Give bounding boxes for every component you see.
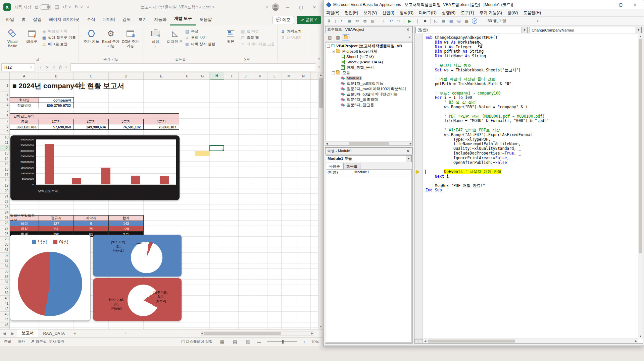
code-vscroll-thumb[interactable] bbox=[639, 39, 642, 253]
procedure-combo-dropdown-icon[interactable]: ▼ bbox=[636, 27, 641, 33]
code-line-26[interactable]: IncludeDocProperties:=True, _ bbox=[426, 151, 638, 156]
row-header-1[interactable]: 1 bbox=[0, 80, 10, 92]
vba-menu-형식(O)[interactable]: 형식(O) bbox=[397, 9, 416, 17]
code-line-33[interactable]: MsgBox "PDF 저장 완료!" bbox=[426, 184, 638, 188]
properties-window-icon[interactable]: ▥ bbox=[448, 17, 455, 24]
copy-icon[interactable]: ⧉ bbox=[361, 17, 368, 24]
revenue-header-cell[interactable]: 3분기 bbox=[108, 119, 144, 124]
tab-splitter[interactable]: ⋮ bbox=[124, 331, 128, 336]
code-line-31[interactable]: Next i bbox=[426, 174, 638, 179]
ribbon-button-design-mode[interactable]: ◺디자인 모드 bbox=[165, 27, 185, 48]
ribbon-button-visual-basic[interactable]: Visual Basic bbox=[3, 27, 22, 48]
expand-formula-bar-icon[interactable]: ˅ bbox=[315, 65, 323, 69]
row-header-29[interactable]: 29 bbox=[0, 237, 10, 242]
ribbon-button-insert-control[interactable]: ⚒삽입˅ bbox=[146, 27, 165, 49]
vba-menu-도구(T)[interactable]: 도구(T) bbox=[458, 9, 477, 17]
tree-item-Sheet1 (보고서)[interactable]: Sheet1 (보고서) bbox=[326, 54, 412, 59]
row-header-15[interactable]: 15 bbox=[0, 162, 10, 167]
row-header-11[interactable]: 11 bbox=[0, 140, 10, 145]
revenue-header-cell[interactable]: 2분기 bbox=[73, 119, 109, 124]
row-header-35[interactable]: 35 bbox=[0, 269, 10, 274]
code-line-30[interactable]: DoEvents ' 사용자 개입 반영 bbox=[426, 170, 638, 174]
help-icon[interactable]: ? bbox=[472, 18, 477, 24]
combo-dropdown-icon[interactable]: ▼ bbox=[406, 156, 411, 162]
revenue-value-cell[interactable]: 149,980,634 bbox=[73, 124, 109, 130]
code-line-13[interactable]: ' 루프: company1 ~ company100 bbox=[426, 91, 638, 96]
column-header-J[interactable]: J bbox=[239, 72, 253, 80]
properties-close-icon[interactable]: ✕ bbox=[405, 149, 410, 153]
enter-icon[interactable]: ✓ bbox=[52, 65, 56, 70]
gender-pie-chart[interactable]: 남성여성 bbox=[10, 235, 91, 321]
taskbar[interactable] bbox=[0, 346, 644, 361]
code-line-23[interactable]: Type:=xlTypePDF, _ bbox=[426, 137, 638, 142]
properties-tab-사전순[interactable]: 사전순 bbox=[326, 163, 343, 169]
save-icon[interactable]: ▤ bbox=[54, 4, 59, 10]
sheet-nav-left-icon[interactable]: ◀ bbox=[0, 331, 8, 336]
row-header-39[interactable]: 39 bbox=[0, 290, 10, 296]
row-header-45[interactable]: 45 bbox=[0, 322, 10, 328]
row-header-13[interactable]: 13 bbox=[0, 151, 10, 156]
vba-close-button[interactable]: ✕ bbox=[629, 2, 641, 7]
new-sheet-button[interactable]: + bbox=[69, 331, 80, 336]
vba-maximize-button[interactable]: ▢ bbox=[615, 2, 627, 7]
view-object-icon[interactable]: ▦ bbox=[335, 34, 341, 41]
code-vertical-scrollbar[interactable]: ▲ ▼ bbox=[638, 34, 643, 339]
tree-item-Microsoft Excel 개체[interactable]: −Microsoft Excel 개체 bbox=[326, 49, 412, 54]
tree-item-질문1차_pdf제작기능[interactable]: 질문1차_pdf제작기능 bbox=[326, 81, 412, 86]
toolbar-options-icon[interactable]: ▾ bbox=[537, 19, 539, 23]
design-mode-icon[interactable]: ◺ bbox=[432, 17, 439, 24]
row-header-14[interactable]: 14 bbox=[0, 156, 10, 162]
name-box[interactable]: H12˅ bbox=[1, 63, 35, 71]
code-line-20[interactable] bbox=[426, 123, 638, 128]
close-button[interactable]: ✕ bbox=[309, 5, 319, 10]
ribbon-button-com-add-ins[interactable]: ⚙COM 추가 기능 bbox=[120, 27, 140, 48]
minimize-button[interactable]: ─ bbox=[283, 5, 293, 10]
row-header-2[interactable]: 2 bbox=[0, 92, 10, 97]
reset-icon[interactable]: ■ bbox=[422, 17, 429, 24]
ribbon-tab-검토[interactable]: 검토 bbox=[119, 14, 135, 25]
scroll-up-icon[interactable]: ▲ bbox=[318, 72, 323, 76]
code-horizontal-scrollbar[interactable]: ◀ ▶ bbox=[414, 339, 638, 343]
vba-menu-보기(V)[interactable]: 보기(V) bbox=[361, 9, 380, 17]
highlighted-cell-G13[interactable] bbox=[195, 151, 210, 156]
vba-menu-도움말(H)[interactable]: 도움말(H) bbox=[521, 9, 544, 17]
project-dropdown-icon[interactable]: ▼ bbox=[408, 36, 411, 39]
object-combo-dropdown-icon[interactable]: ▼ bbox=[522, 27, 527, 33]
column-header-L[interactable]: L bbox=[267, 72, 282, 80]
ribbon-item-run-dialog[interactable]: ▥대화 상자 실행 bbox=[185, 42, 215, 47]
code-line-25[interactable]: Quality:=xlQualityStandard, _ bbox=[426, 146, 638, 151]
row-header-32[interactable]: 32 bbox=[0, 253, 10, 258]
column-header-G[interactable]: G bbox=[195, 72, 210, 80]
staff-header-cell[interactable]: 당해년도임직원 구성 bbox=[10, 215, 39, 221]
tree-expander-icon[interactable]: − bbox=[332, 50, 335, 53]
code-line-28[interactable]: OpenAfterPublish:=False bbox=[426, 161, 638, 165]
revenue-header-cell[interactable]: 1분기 bbox=[39, 119, 74, 124]
column-header-N[interactable]: N bbox=[296, 72, 311, 80]
row-header-41[interactable]: 41 bbox=[0, 301, 10, 306]
row-header-43[interactable]: 43 bbox=[0, 312, 10, 317]
selected-cell-H12[interactable] bbox=[209, 145, 224, 151]
project-scroll-left-icon[interactable]: ◀ bbox=[326, 142, 328, 145]
tree-item-VBAProject (보고서제작샘플파일_VB[interactable]: −🗔VBAProject (보고서제작샘플파일_VB bbox=[326, 43, 412, 49]
staff-header-cell[interactable]: 정규직 bbox=[39, 215, 74, 221]
row-header-7[interactable]: 7 bbox=[0, 119, 10, 124]
tree-item-질문4차_최종결합[interactable]: 질문4차_최종결합 bbox=[326, 97, 412, 102]
code-line-1[interactable]: Sub ChangeCompanyAndExportPDF() bbox=[426, 36, 638, 40]
code-line-18[interactable]: ' PDF 파일명 생성 (MODU001.pdf ~ MODU100.pdf) bbox=[426, 114, 638, 119]
procedure-combo[interactable]: ChangeCompanyNames▼ bbox=[530, 27, 642, 33]
tree-expander-icon[interactable]: − bbox=[327, 45, 330, 48]
vba-menu-편집(E)[interactable]: 편집(E) bbox=[342, 9, 361, 17]
ribbon-item-properties[interactable]: ▤속성 bbox=[185, 29, 215, 34]
code-hscroll-thumb[interactable] bbox=[428, 340, 515, 343]
fx-dropdown-icon[interactable]: ˅ bbox=[65, 66, 67, 69]
row-header-19[interactable]: 19 bbox=[0, 183, 10, 188]
column-header-B[interactable]: B bbox=[39, 72, 74, 80]
insert-dropdown-icon[interactable]: ▾ bbox=[341, 19, 342, 22]
project-explorer-header[interactable]: 프로젝트 - VBAProject✕ bbox=[325, 26, 412, 33]
row-header-12[interactable]: 12 bbox=[0, 145, 10, 151]
revenue-value-cell[interactable]: 75,860,187 bbox=[143, 124, 179, 130]
code-scroll-left-icon[interactable]: ◀ bbox=[423, 340, 427, 343]
project-scroll-right-icon[interactable]: ▶ bbox=[410, 142, 412, 145]
row-header-31[interactable]: 31 bbox=[0, 247, 10, 253]
ribbon-tab-수식[interactable]: 수식 bbox=[83, 14, 99, 25]
